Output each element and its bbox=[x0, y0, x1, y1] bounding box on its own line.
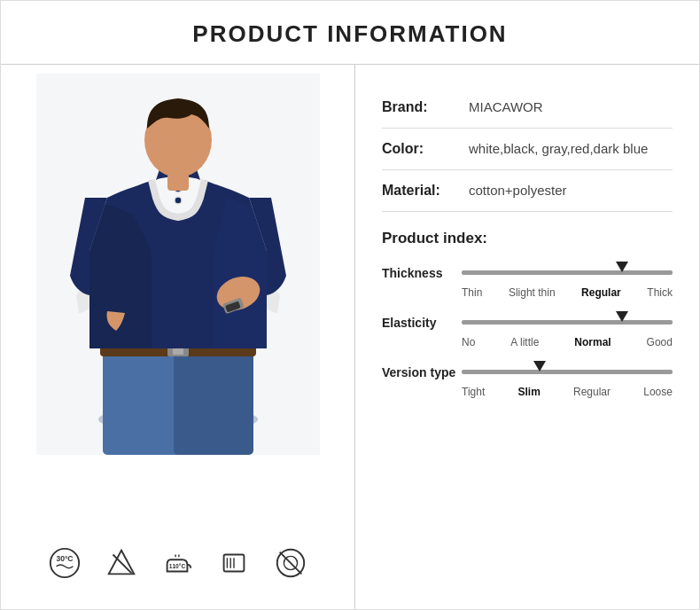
version-label-tight: Tight bbox=[462, 386, 485, 398]
brand-row: Brand: MIACAWOR bbox=[382, 87, 673, 129]
thickness-label-regular: Regular bbox=[581, 286, 621, 299]
thickness-block: Thickness Thin Slight thin Regular Thick bbox=[382, 263, 673, 299]
care-dry-icon bbox=[217, 546, 251, 583]
thickness-marker bbox=[616, 262, 628, 272]
elasticity-block: Elasticity No A little Normal Good bbox=[382, 313, 673, 348]
thickness-label-thin: Thin bbox=[462, 286, 482, 299]
page-header: PRODUCT INFORMATION bbox=[1, 1, 699, 65]
svg-rect-12 bbox=[167, 173, 189, 191]
brand-value: MIACAWOR bbox=[469, 99, 543, 114]
svg-rect-4 bbox=[174, 348, 253, 455]
material-label: Material: bbox=[382, 183, 462, 199]
elasticity-label-normal: Normal bbox=[574, 336, 611, 348]
version-type-marker bbox=[533, 361, 546, 371]
thickness-slider bbox=[462, 263, 673, 283]
version-type-labels: Tight Slim Regular Loose bbox=[382, 386, 673, 398]
elasticity-label-good: Good bbox=[647, 336, 673, 348]
product-info-page: PRODUCT INFORMATION bbox=[0, 0, 700, 610]
right-panel: Brand: MIACAWOR Color: white,black, gray… bbox=[355, 65, 699, 609]
thickness-row: Thickness bbox=[382, 263, 673, 283]
thickness-label-slight: Slight thin bbox=[509, 286, 556, 299]
care-wash-icon: 30°C bbox=[48, 546, 82, 583]
version-type-slider bbox=[462, 363, 673, 382]
version-type-track bbox=[462, 370, 673, 374]
material-value: cotton+polyester bbox=[469, 183, 567, 198]
brand-label: Brand: bbox=[382, 99, 462, 115]
product-index-section: Product index: Thickness Thin Slight thi… bbox=[382, 221, 673, 412]
elasticity-track bbox=[462, 320, 673, 325]
elasticity-label: Elasticity bbox=[382, 316, 462, 330]
care-no-tumble-icon bbox=[274, 546, 307, 583]
care-iron-icon: 110°C bbox=[160, 546, 194, 583]
elasticity-label-alittle: A little bbox=[510, 336, 539, 348]
product-image bbox=[36, 74, 320, 455]
color-label: Color: bbox=[382, 141, 462, 157]
product-index-title: Product index: bbox=[382, 230, 673, 247]
svg-line-29 bbox=[280, 552, 302, 575]
svg-point-10 bbox=[175, 197, 182, 204]
shirt-svg bbox=[36, 74, 320, 455]
elasticity-label-no: No bbox=[462, 336, 475, 348]
care-icons-row: 30°C 110°C bbox=[19, 537, 337, 591]
elasticity-row: Elasticity bbox=[382, 313, 673, 332]
version-type-label: Version type bbox=[382, 365, 462, 379]
svg-rect-3 bbox=[103, 348, 174, 455]
color-row: Color: white,black, gray,red,dark blue bbox=[382, 129, 673, 170]
thickness-label: Thickness bbox=[382, 266, 462, 280]
color-value: white,black, gray,red,dark blue bbox=[469, 141, 648, 156]
svg-text:110°C: 110°C bbox=[169, 563, 186, 569]
left-panel: 30°C 110°C bbox=[1, 65, 355, 609]
version-type-row: Version type bbox=[382, 363, 673, 382]
version-label-slim: Slim bbox=[517, 386, 540, 398]
thickness-labels: Thin Slight thin Regular Thick bbox=[382, 286, 673, 299]
thickness-label-thick: Thick bbox=[647, 286, 673, 299]
version-label-regular: Regular bbox=[573, 386, 611, 398]
elasticity-labels: No A little Normal Good bbox=[382, 336, 673, 348]
thickness-track bbox=[462, 270, 673, 275]
material-row: Material: cotton+polyester bbox=[382, 170, 673, 212]
page-title: PRODUCT INFORMATION bbox=[1, 20, 699, 48]
elasticity-marker bbox=[616, 311, 628, 322]
elasticity-slider bbox=[462, 313, 673, 332]
content-area: 30°C 110°C bbox=[1, 65, 699, 609]
care-no-bleach-icon bbox=[105, 546, 138, 583]
svg-text:30°C: 30°C bbox=[56, 554, 73, 563]
version-type-block: Version type Tight Slim Regular Loose bbox=[382, 363, 673, 398]
version-label-loose: Loose bbox=[643, 386, 673, 398]
